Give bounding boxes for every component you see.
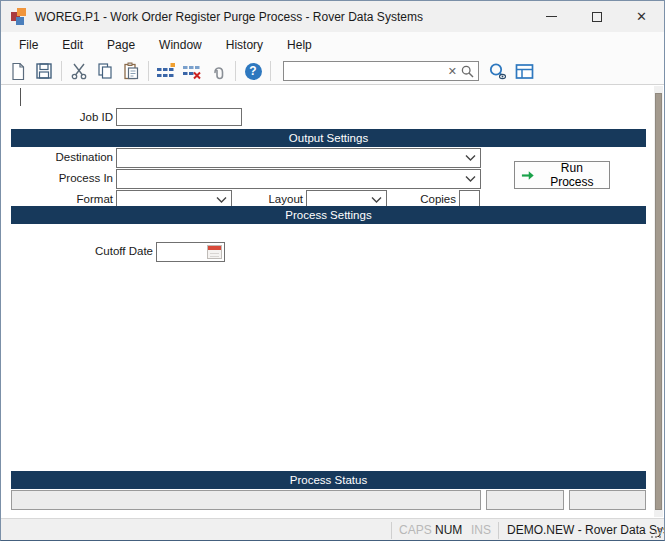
toolbar-separator [235, 61, 236, 81]
job-id-label: Job ID [21, 111, 113, 123]
menu-help[interactable]: Help [275, 34, 324, 56]
statusbar-separator [498, 522, 499, 539]
process-status-time-field [569, 490, 646, 510]
menu-bar: File Edit Page Window History Help [1, 32, 664, 58]
num-indicator: NUM [435, 523, 462, 537]
process-status-message-field [11, 490, 481, 510]
help-icon: ? [245, 63, 262, 80]
format-label: Format [21, 193, 113, 205]
find-record-button[interactable] [485, 59, 511, 83]
maximize-button[interactable] [574, 1, 619, 32]
chevron-down-icon [465, 176, 476, 182]
menu-page[interactable]: Page [95, 34, 147, 56]
process-status-count-field [486, 490, 564, 510]
chevron-down-icon [371, 197, 382, 203]
close-icon: ✕ [636, 10, 647, 23]
help-button[interactable]: ? [240, 59, 266, 83]
scrollbar-thumb[interactable] [655, 93, 662, 510]
app-logo-icon [11, 8, 28, 25]
destination-label: Destination [21, 151, 113, 163]
process-in-select[interactable] [116, 169, 481, 189]
menu-file[interactable]: File [7, 34, 50, 56]
job-id-input[interactable] [116, 108, 242, 126]
status-bar: CAPS NUM INS DEMO.NEW - Rover Data Syste… [1, 518, 664, 541]
caps-indicator: CAPS [399, 523, 432, 537]
process-in-label: Process In [21, 172, 113, 184]
toolbar: ? ✕ [1, 58, 664, 85]
copies-label: Copies [396, 193, 456, 205]
add-record-icon [156, 62, 176, 80]
delete-record-button[interactable] [179, 59, 205, 83]
process-settings-header: Process Settings [11, 206, 646, 224]
search-clear-icon[interactable]: ✕ [444, 66, 461, 77]
maximize-icon [592, 12, 602, 22]
layout-label: Layout [241, 193, 303, 205]
run-arrow-icon [521, 170, 535, 181]
run-process-label: Run Process [541, 161, 603, 189]
new-document-icon [9, 62, 27, 81]
run-process-button[interactable]: Run Process [514, 161, 610, 189]
menu-edit[interactable]: Edit [50, 34, 95, 56]
window-title: WOREG.P1 - Work Order Register Purge Pro… [35, 10, 423, 24]
menu-history[interactable]: History [214, 34, 275, 56]
grid-view-icon [515, 63, 534, 80]
menu-window[interactable]: Window [147, 34, 214, 56]
grid-view-button[interactable] [511, 59, 537, 83]
save-icon [35, 62, 53, 80]
title-bar: WOREG.P1 - Work Order Register Purge Pro… [1, 1, 664, 32]
resize-grip[interactable] [651, 528, 661, 538]
paste-button[interactable] [118, 59, 144, 83]
toolbar-search: ✕ [283, 61, 479, 81]
copy-icon [96, 62, 114, 80]
close-button[interactable]: ✕ [619, 1, 664, 32]
toolbar-separator [270, 61, 271, 81]
paste-icon [122, 62, 140, 80]
attachment-icon [209, 62, 227, 80]
toolbar-separator [61, 61, 62, 81]
minimize-icon [546, 16, 557, 17]
calendar-icon[interactable] [207, 245, 222, 259]
copy-button[interactable] [92, 59, 118, 83]
text-caret [20, 88, 21, 106]
delete-record-icon [182, 62, 202, 80]
cut-icon [70, 62, 88, 80]
add-record-button[interactable] [153, 59, 179, 83]
save-button[interactable] [31, 59, 57, 83]
new-document-button[interactable] [5, 59, 31, 83]
cut-button[interactable] [66, 59, 92, 83]
search-input[interactable] [284, 63, 444, 79]
app-window: WOREG.P1 - Work Order Register Purge Pro… [0, 0, 665, 541]
cutoff-date-input[interactable] [156, 242, 225, 262]
destination-select[interactable] [116, 148, 481, 168]
chevron-down-icon [465, 155, 476, 161]
output-settings-header: Output Settings [11, 129, 646, 147]
minimize-button[interactable] [529, 1, 574, 32]
chevron-down-icon [216, 197, 227, 203]
window-controls: ✕ [529, 1, 664, 32]
ins-indicator: INS [471, 523, 491, 537]
process-status-header: Process Status [11, 471, 646, 489]
attachment-button[interactable] [205, 59, 231, 83]
cutoff-date-label: Cutoff Date [61, 245, 153, 257]
session-label: DEMO.NEW - Rover Data Systems [507, 523, 665, 537]
search-magnifier-icon[interactable] [461, 65, 478, 78]
toolbar-separator [148, 61, 149, 81]
vertical-scrollbar[interactable] [654, 86, 663, 517]
statusbar-separator [391, 522, 392, 539]
find-record-icon [488, 62, 508, 81]
